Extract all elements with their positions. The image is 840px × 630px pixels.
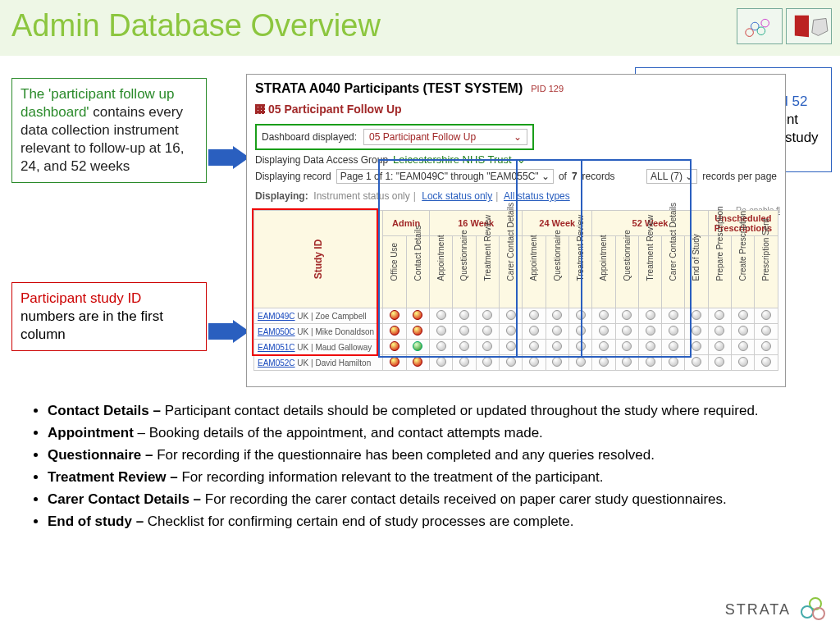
status-cell[interactable] (383, 308, 406, 324)
status-cell[interactable] (708, 308, 731, 324)
status-dot (482, 357, 492, 367)
status-cell[interactable] (732, 340, 755, 355)
status-cell[interactable] (383, 324, 406, 340)
status-cell[interactable] (662, 308, 685, 324)
status-dot (646, 310, 655, 320)
status-dot (413, 357, 422, 367)
status-cell[interactable] (685, 308, 708, 324)
status-dot (738, 326, 748, 336)
status-cell[interactable] (406, 355, 429, 371)
status-dot (646, 326, 655, 336)
status-cell[interactable] (708, 324, 731, 340)
status-cell[interactable] (568, 340, 591, 355)
status-cell[interactable] (523, 340, 546, 355)
filter-status-only[interactable]: Instrument status only (313, 190, 409, 202)
status-cell[interactable] (662, 355, 685, 371)
status-cell[interactable] (615, 324, 638, 340)
status-cell[interactable] (615, 308, 638, 324)
dashboard-select[interactable]: 05 Participant Follow Up⌄ (363, 129, 527, 145)
status-cell[interactable] (685, 324, 708, 340)
page-select[interactable]: Page 1 of 1: "EAM049C" through "EAM055C"… (336, 169, 554, 184)
status-dot (692, 341, 701, 351)
bullet-item: Treatment Review – For recording informa… (48, 468, 820, 487)
perpage-select[interactable]: ALL (7) ⌄ (646, 169, 697, 184)
status-cell[interactable] (732, 308, 755, 324)
status-dot (413, 326, 422, 336)
svg-marker-5 (208, 320, 249, 343)
status-cell[interactable] (476, 324, 499, 340)
status-cell[interactable] (383, 340, 406, 355)
status-cell[interactable] (755, 340, 778, 355)
arrow-to-studyid (208, 320, 249, 343)
status-cell[interactable] (453, 324, 476, 340)
status-cell[interactable] (568, 355, 591, 371)
status-dot (459, 310, 469, 320)
status-dot (390, 326, 399, 336)
studyid-link[interactable]: EAM052C (258, 358, 295, 368)
status-dot (738, 310, 748, 320)
status-cell[interactable] (406, 324, 429, 340)
status-cell[interactable] (476, 355, 499, 371)
status-cell[interactable] (615, 355, 638, 371)
status-cell[interactable] (499, 308, 522, 324)
status-cell[interactable] (638, 355, 661, 371)
status-cell[interactable] (430, 340, 453, 355)
status-cell[interactable] (732, 355, 755, 371)
status-cell[interactable] (430, 308, 453, 324)
status-cell[interactable] (476, 340, 499, 355)
status-cell[interactable] (523, 355, 546, 371)
status-cell[interactable] (499, 340, 522, 355)
status-dot (413, 310, 422, 320)
status-cell[interactable] (755, 355, 778, 371)
studyid-link[interactable]: EAM049C (258, 312, 295, 321)
status-cell[interactable] (406, 308, 429, 324)
status-cell[interactable] (523, 324, 546, 340)
status-cell[interactable] (383, 355, 406, 371)
filter-lock-only[interactable]: Lock status only (422, 190, 492, 202)
status-dot (622, 357, 632, 367)
status-cell[interactable] (662, 340, 685, 355)
studyid-link[interactable]: EAM051C (258, 343, 295, 352)
status-cell[interactable] (755, 324, 778, 340)
status-dot (482, 310, 492, 320)
status-cell[interactable] (406, 340, 429, 355)
status-cell[interactable] (638, 324, 661, 340)
status-cell[interactable] (592, 355, 615, 371)
filter-all-types[interactable]: All status types (504, 190, 570, 202)
status-cell[interactable] (546, 324, 568, 340)
status-cell[interactable] (568, 308, 591, 324)
status-cell[interactable] (592, 308, 615, 324)
col-carer-contact-details: Carer Contact Details (499, 236, 522, 308)
dag-value[interactable]: Leicestershire NHS Trust (393, 153, 512, 166)
status-cell[interactable] (476, 308, 499, 324)
status-cell[interactable] (685, 355, 708, 371)
status-cell[interactable] (546, 308, 568, 324)
status-cell[interactable] (755, 308, 778, 324)
status-cell[interactable] (453, 340, 476, 355)
status-cell[interactable] (592, 324, 615, 340)
status-cell[interactable] (708, 355, 731, 371)
status-cell[interactable] (685, 340, 708, 355)
status-cell[interactable] (453, 308, 476, 324)
status-cell[interactable] (732, 324, 755, 340)
status-cell[interactable] (546, 340, 568, 355)
status-cell[interactable] (499, 355, 522, 371)
status-cell[interactable] (453, 355, 476, 371)
status-dot (529, 326, 539, 336)
status-cell[interactable] (430, 355, 453, 371)
status-cell[interactable] (523, 308, 546, 324)
status-cell[interactable] (430, 324, 453, 340)
status-cell[interactable] (615, 340, 638, 355)
status-dot (482, 326, 492, 336)
status-cell[interactable] (638, 340, 661, 355)
status-cell[interactable] (662, 324, 685, 340)
status-dot (436, 357, 446, 367)
svg-point-3 (761, 19, 769, 27)
studyid-link[interactable]: EAM050C (258, 327, 295, 336)
status-cell[interactable] (568, 324, 591, 340)
status-cell[interactable] (499, 324, 522, 340)
status-cell[interactable] (546, 355, 568, 371)
status-cell[interactable] (592, 340, 615, 355)
status-cell[interactable] (708, 340, 731, 355)
status-cell[interactable] (638, 308, 661, 324)
